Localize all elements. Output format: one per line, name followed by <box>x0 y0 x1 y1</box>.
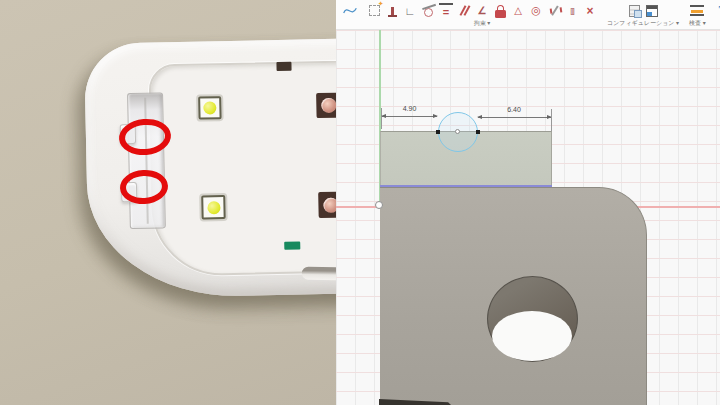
midpoint-icon[interactable] <box>511 3 525 18</box>
dimension-line-1[interactable] <box>382 116 437 117</box>
uv-led-copper-1 <box>316 93 336 118</box>
equal-icon[interactable] <box>439 3 453 18</box>
sketch-point-left[interactable] <box>436 130 440 134</box>
horizontal-vertical-icon[interactable] <box>403 3 417 18</box>
sketch-origin-point[interactable] <box>375 201 383 209</box>
led-chip <box>207 201 220 214</box>
sketch-palette-icon[interactable] <box>367 3 381 18</box>
sketch-toolbar: 拘束 ▾ コンフィギュレーション ▾ 検査 ▾ <box>336 0 720 30</box>
perpendicular-icon[interactable] <box>475 3 489 18</box>
uv-led-yellow-1 <box>198 96 221 119</box>
coincident-icon[interactable] <box>385 3 399 18</box>
dimension-value-2[interactable]: 6.40 <box>477 106 551 114</box>
sketch-line-selected[interactable] <box>380 185 552 187</box>
toolbar-group-constraints-label[interactable]: 拘束 ▾ <box>474 19 491 28</box>
fix-lock-icon[interactable] <box>493 3 507 18</box>
model-hole-through[interactable] <box>492 311 572 361</box>
sketch-circle-center-point[interactable] <box>455 129 460 134</box>
uv-led-copper-2 <box>318 192 336 218</box>
lamp-inner-panel <box>148 57 336 277</box>
photo-uv-lamp <box>0 0 336 405</box>
led-chip <box>321 98 336 113</box>
cad-app: 拘束 ▾ コンフィギュレーション ▾ 検査 ▾ <box>336 0 720 405</box>
toolbar-group-configuration: コンフィギュレーション ▾ <box>604 2 682 28</box>
dimension-value-1[interactable]: 4.90 <box>381 105 438 113</box>
toolbar-group-constraints: 拘束 ▾ <box>364 2 600 28</box>
led-chip <box>323 197 336 212</box>
cad-canvas[interactable]: 4.90 6.40 <box>336 30 720 405</box>
curvature-icon[interactable] <box>583 3 597 18</box>
toolbar-group-configuration-label[interactable]: コンフィギュレーション ▾ <box>607 19 679 28</box>
lamp-device-body <box>84 35 336 299</box>
clear-clip-strip <box>127 92 166 229</box>
toolbar-group-insert: 挿入 ▾ <box>713 2 720 28</box>
midline-icon[interactable] <box>565 3 579 18</box>
toolbar-group-create <box>340 2 360 19</box>
symmetry-icon[interactable] <box>547 3 561 18</box>
hanger-slot <box>302 267 336 281</box>
toolbar-group-inspect-label[interactable]: 検査 ▾ <box>689 19 706 28</box>
measure-icon[interactable] <box>690 3 704 18</box>
dimension-line-2[interactable] <box>478 117 551 118</box>
parallel-icon[interactable] <box>457 3 471 18</box>
tangent-icon[interactable] <box>421 3 435 18</box>
sketch-point-right[interactable] <box>476 130 480 134</box>
dimension-extension-line <box>551 109 552 131</box>
screenshot-root: 拘束 ▾ コンフィギュレーション ▾ 検査 ▾ <box>0 0 720 405</box>
led-chip <box>203 101 216 114</box>
concentric-icon[interactable] <box>529 3 543 18</box>
uv-led-yellow-2 <box>201 195 225 219</box>
spline-icon[interactable] <box>343 3 357 18</box>
configuration-table-icon[interactable] <box>645 3 659 18</box>
toolbar-group-inspect: 検査 ▾ <box>686 2 709 28</box>
pcb-connector-green <box>284 242 300 250</box>
vent-slot <box>276 62 291 71</box>
insert-text-icon[interactable] <box>716 3 720 18</box>
configuration-doc-icon[interactable] <box>627 3 641 18</box>
clip-groove <box>144 98 149 224</box>
